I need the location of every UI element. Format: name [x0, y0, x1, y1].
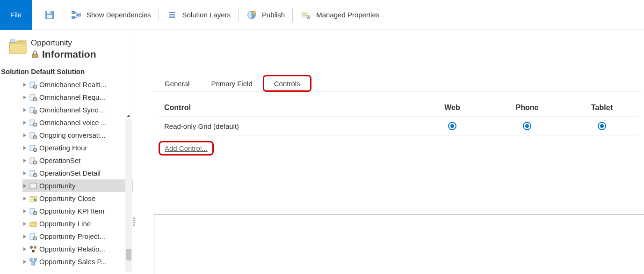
svg-rect-6 [78, 14, 80, 16]
tree-item-label: OperationSet [39, 156, 80, 164]
tree-item-label: Omnichannel Sync ... [39, 106, 106, 114]
control-name: Read-only Grid (default) [164, 122, 415, 130]
toolbar-separator [238, 8, 239, 22]
expander-icon[interactable] [22, 120, 27, 125]
add-control-link[interactable]: Add Control... [165, 144, 208, 152]
expander-icon[interactable] [22, 108, 27, 112]
publish-icon [246, 9, 257, 21]
tree-item[interactable]: Opportunity Relatio... [22, 243, 133, 255]
tree-item-label: Opportunity [39, 182, 76, 190]
tree-item-label: Omnichannel voice ... [39, 118, 107, 126]
expander-icon[interactable] [22, 171, 27, 176]
tree-item-label: Operating Hour [39, 144, 87, 152]
tree-item-label: Opportunity Relatio... [39, 245, 105, 253]
tree-item-label: Opportunity Close [39, 194, 95, 202]
tree-item[interactable]: Opportunity Close [22, 192, 133, 205]
svg-rect-8 [169, 14, 175, 15]
tree-item-label: Opportunity Sales P... [39, 258, 107, 266]
entity-type-icon [29, 118, 37, 127]
toolbar-separator [292, 8, 293, 22]
scrollbar-arrow-up-icon[interactable] [125, 113, 132, 119]
managed-properties-button[interactable]: Managed Properties [296, 0, 384, 30]
publish-button[interactable]: Publish [241, 0, 289, 30]
svg-rect-3 [47, 15, 52, 18]
expander-icon[interactable] [22, 82, 27, 87]
tree-item[interactable]: Omnichannel Realti... [22, 78, 133, 91]
file-menu-button[interactable]: File [0, 0, 32, 30]
tab-general[interactable]: General [154, 75, 200, 91]
tree-item-label: Opportunity KPI Item [39, 207, 104, 215]
svg-rect-53 [30, 259, 32, 260]
radio-tablet[interactable] [598, 122, 606, 130]
tree-item[interactable]: Ongoing conversati... [22, 129, 133, 141]
svg-rect-16 [32, 54, 38, 58]
svg-point-22 [35, 99, 36, 100]
svg-point-25 [35, 111, 36, 113]
col-phone: Phone [490, 104, 564, 112]
tree-item[interactable]: Opportunity [22, 179, 133, 192]
tree-item[interactable]: Omnichannel voice ... [22, 116, 133, 129]
col-web: Web [415, 104, 490, 112]
svg-point-52 [32, 250, 35, 252]
save-icon [44, 9, 55, 21]
tree-item[interactable]: OperationSet Detail [22, 167, 133, 179]
svg-point-19 [35, 86, 36, 88]
scrollbar-track[interactable] [125, 119, 132, 272]
add-control-highlight: Add Control... [159, 141, 214, 156]
expander-icon[interactable] [22, 234, 27, 239]
entity-type-icon [29, 144, 37, 152]
form-name: Information [42, 49, 96, 60]
show-dependencies-label: Show Dependencies [87, 11, 151, 19]
tree-item[interactable]: Omnichannel Sync ... [22, 104, 133, 116]
entity-type-icon [29, 207, 37, 215]
entity-type-icon [29, 245, 37, 253]
file-menu-label: File [10, 11, 22, 19]
solution-explorer-sidebar: Opportunity Information Solution Default… [0, 30, 133, 274]
tree-item[interactable]: Opportunity KPI Item [22, 205, 133, 217]
control-row[interactable]: Read-only Grid (default) [159, 117, 639, 135]
expander-icon[interactable] [22, 146, 27, 150]
tree-item[interactable]: Omnichannel Requ... [22, 91, 133, 104]
tree-item[interactable]: Opportunity Project... [22, 230, 133, 243]
save-button[interactable] [34, 0, 60, 30]
tab-controls[interactable]: Controls [263, 75, 311, 91]
tree-item[interactable]: Opportunity Line [22, 217, 133, 230]
entity-tree: Omnichannel Realti...Omnichannel Requ...… [0, 78, 133, 274]
expander-icon[interactable] [22, 222, 27, 226]
tree-item[interactable]: Opportunity Sales P... [22, 255, 133, 268]
svg-point-31 [35, 137, 36, 138]
scrollbar-thumb[interactable] [126, 249, 131, 260]
show-dependencies-button[interactable]: Show Dependencies [66, 0, 156, 30]
col-tablet: Tablet [564, 104, 639, 112]
svg-rect-46 [30, 222, 36, 227]
svg-point-34 [35, 149, 36, 151]
tree-item-label: Omnichannel Requ... [39, 93, 105, 101]
expander-icon[interactable] [22, 133, 27, 138]
solution-layers-button[interactable]: Solution Layers [162, 0, 235, 30]
expander-icon[interactable] [22, 259, 27, 264]
entity-type-icon [29, 93, 37, 102]
radio-web[interactable] [448, 122, 456, 130]
tab-strip: GeneralPrimary FieldControls [154, 75, 642, 91]
expander-icon[interactable] [22, 158, 27, 163]
expander-icon[interactable] [22, 196, 27, 201]
expander-icon[interactable] [22, 247, 27, 252]
radio-phone[interactable] [523, 122, 531, 130]
expander-icon[interactable] [22, 209, 27, 214]
entity-type-icon [29, 81, 37, 89]
command-bar: File Show Dependencies Solution Layers P… [0, 0, 644, 30]
tree-item[interactable]: Operating Hour [22, 141, 133, 154]
layers-icon [166, 9, 178, 21]
col-control: Control [164, 104, 415, 112]
entity-type-icon [29, 169, 37, 178]
entity-name: Opportunity [31, 38, 96, 48]
svg-point-51 [34, 246, 36, 249]
entity-type-icon [29, 182, 37, 190]
entity-header: Opportunity Information [0, 30, 133, 67]
tree-item[interactable]: OperationSet [22, 154, 133, 167]
tab-primary-field[interactable]: Primary Field [200, 75, 263, 91]
entity-type-icon [29, 232, 37, 241]
svg-rect-7 [169, 12, 175, 13]
expander-icon[interactable] [22, 184, 27, 188]
expander-icon[interactable] [22, 95, 27, 100]
